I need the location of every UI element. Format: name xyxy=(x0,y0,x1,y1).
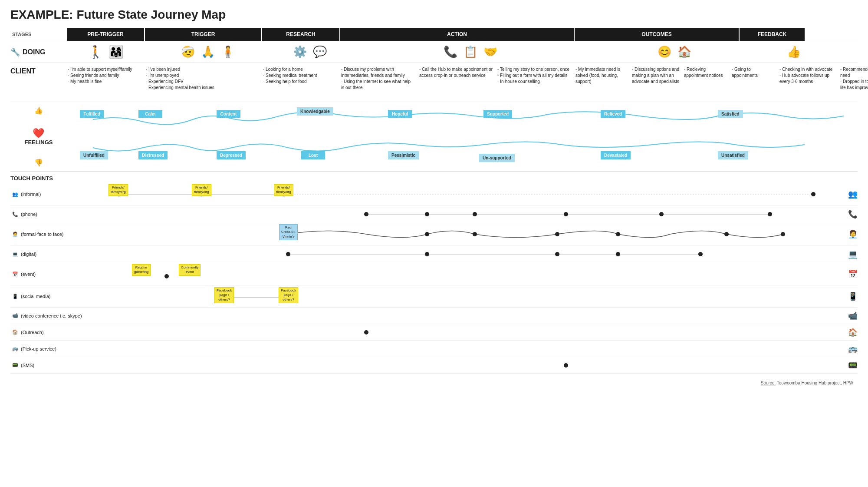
phone-svg xyxy=(97,205,835,223)
feeling-relieved: Relieved xyxy=(601,110,625,118)
svg-point-39 xyxy=(564,363,568,368)
video-icon: 📹 xyxy=(12,313,18,318)
feeling-pessimistic: Pessimistic xyxy=(388,151,419,159)
touchpoint-track-social: Facebookpage /others? Facebookpage /othe… xyxy=(97,285,858,307)
sms-icon: 📟 xyxy=(12,362,18,368)
search-icon: ⚙️ xyxy=(293,45,307,59)
touchpoint-row-formal: 🧑‍💼 (formal-face to face) RedCross,St.Vi… xyxy=(10,223,858,245)
help-icon: 🙏 xyxy=(201,45,215,59)
touchpoint-track-pickup: 🚌 xyxy=(97,341,858,357)
touchpoint-track-video: 📹 xyxy=(97,308,858,324)
feelings-label: FEELINGS xyxy=(24,139,53,146)
touchpoint-row-sms: 📟 (SMS) 📟 xyxy=(10,357,858,374)
touchpoint-label-phone: 📞 (phone) xyxy=(10,212,97,217)
sticky-regular-gathering: Regulargathering xyxy=(132,264,151,276)
touchpoint-track-outreach: 🏠 xyxy=(97,325,858,340)
svg-point-34 xyxy=(164,274,169,278)
svg-point-15 xyxy=(564,212,568,216)
touchpoint-track-digital: 💻 xyxy=(97,245,858,263)
digital-icon: 💻 xyxy=(12,252,18,257)
wrench-icon: 🔧 xyxy=(10,47,20,57)
feelings-section: 👍 ❤️ FEELINGS 👎 Fulfilled Calm Content K… xyxy=(10,102,858,172)
svg-point-23 xyxy=(724,232,729,236)
touchpoint-label-pickup: 🚌 (Pick-up service) xyxy=(10,346,97,351)
svg-point-32 xyxy=(616,252,620,256)
informal-right-icon: 👥 xyxy=(848,189,858,199)
touchpoints-title: TOUCH POINTS xyxy=(10,175,858,182)
feeling-lost: Lost xyxy=(301,151,325,159)
family-icon: 👨‍👩‍👧 xyxy=(108,45,124,59)
social-right-icon: 📱 xyxy=(848,292,858,301)
sticky-friends-family-3: Friends/family/org xyxy=(274,184,293,196)
svg-point-12 xyxy=(364,212,368,216)
feeling-unsupported: Un-supported xyxy=(479,154,515,162)
svg-point-38 xyxy=(364,330,368,335)
digital-right-icon: 💻 xyxy=(848,249,858,259)
touchpoints-section: TOUCH POINTS 👥 (informal) Friends/fam xyxy=(10,172,858,377)
client-col-outcomes3b: - Going to appointments xyxy=(731,66,779,99)
social-svg xyxy=(97,285,835,307)
client-col-trigger: - I've been injured - I'm unemployed - E… xyxy=(145,66,262,99)
informal-icon: 👥 xyxy=(12,192,18,197)
feelings-label-cell: 👍 ❤️ FEELINGS 👎 xyxy=(10,106,67,167)
feeling-content: Content xyxy=(217,110,240,118)
page-container: EXAMPLE: Future State Journey Map STAGES… xyxy=(0,0,868,390)
appointment-icon: 🏠 xyxy=(677,45,691,59)
formal-icon: 🧑‍💼 xyxy=(12,232,18,237)
formal-svg xyxy=(97,223,835,245)
phone-call-icon: 📞 xyxy=(444,45,457,59)
client-col-research: - Looking for a home - Seeking medical t… xyxy=(262,66,340,99)
stage-feedback: FEEDBACK xyxy=(740,28,805,41)
pickup-icon: 🚌 xyxy=(12,346,18,351)
feeling-unfulfilled: Unfulfilled xyxy=(80,151,108,159)
stage-action: ACTION xyxy=(340,28,575,41)
social-icon: 📱 xyxy=(12,294,18,299)
feeling-calm: Calm xyxy=(138,110,162,118)
page-title: EXAMPLE: Future State Journey Map xyxy=(10,8,858,22)
svg-point-20 xyxy=(473,232,477,236)
touchpoint-row-outreach: 🏠 (Outreach) 🏠 xyxy=(10,324,858,341)
heart-icon: ❤️ xyxy=(33,128,44,139)
touchpoint-row-informal: 👥 (informal) Friends/family/org Friends/… xyxy=(10,183,858,205)
svg-point-6 xyxy=(811,192,815,196)
svg-point-14 xyxy=(473,212,477,216)
touchpoint-label-formal: 🧑‍💼 (formal-face to face) xyxy=(10,232,97,237)
touchpoint-label-social: 📱 (social media) xyxy=(10,294,97,299)
digital-svg xyxy=(97,245,835,263)
feeling-unsatisfied: Unsatisfied xyxy=(718,151,748,159)
feeling-fulfilled: Fulfilled xyxy=(80,110,104,118)
touchpoint-row-social: 📱 (social media) Facebookpage /others? F… xyxy=(10,285,858,308)
feeling-devastated: Devastated xyxy=(601,151,631,159)
source-label: Source: xyxy=(761,381,776,385)
svg-point-16 xyxy=(659,212,664,216)
outreach-svg xyxy=(97,325,835,340)
client-col-feedback: - Recommended to a friend in need - Drop… xyxy=(839,66,868,99)
sticky-facebook-1: Facebookpage /others? xyxy=(214,287,234,303)
client-col-action1: - Discuss my problems with intermediarie… xyxy=(340,66,418,99)
formal-right-icon: 🧑‍💼 xyxy=(848,229,858,239)
feeling-supported: Supported xyxy=(483,110,512,118)
sticky-facebook-2: Facebookpage /others? xyxy=(279,287,298,303)
stages-row: STAGES PRE-TRIGGER TRIGGER RESEARCH ACTI… xyxy=(10,28,858,41)
feedback-icon: 👍 xyxy=(787,45,801,59)
doing-outcomes-icons: 😊 🏠 xyxy=(592,45,757,59)
client-col-outcomes3c: - Checking in with advocate - Hub advoca… xyxy=(779,66,839,99)
touchpoint-label-sms: 📟 (SMS) xyxy=(10,362,97,368)
touchpoint-row-event: 📅 (event) Regulargathering Communityeven… xyxy=(10,263,858,285)
outreach-right-icon: 🏠 xyxy=(848,328,858,337)
doing-label: DOING xyxy=(23,48,45,56)
event-icon: 📅 xyxy=(12,272,18,277)
outreach-icon: 🏠 xyxy=(12,329,18,335)
thumbs-up-icon: 👍 xyxy=(34,106,43,115)
chat-icon: 💬 xyxy=(313,45,327,59)
checklist-icon: 😊 xyxy=(658,45,671,59)
walking-icon: 🚶 xyxy=(88,45,103,59)
svg-point-31 xyxy=(555,252,559,256)
touchpoint-label-digital: 💻 (digital) xyxy=(10,252,97,257)
feeling-depressed: Depressed xyxy=(217,151,246,159)
sticky-community-event: Communityevent xyxy=(179,264,201,276)
touchpoint-row-video: 📹 (video conference i.e. skype) 📹 xyxy=(10,308,858,324)
source-line: Source: Toowoomba Housing Hub project, H… xyxy=(10,381,858,385)
svg-point-22 xyxy=(616,232,620,236)
feeling-distressed: Distressed xyxy=(138,151,168,159)
